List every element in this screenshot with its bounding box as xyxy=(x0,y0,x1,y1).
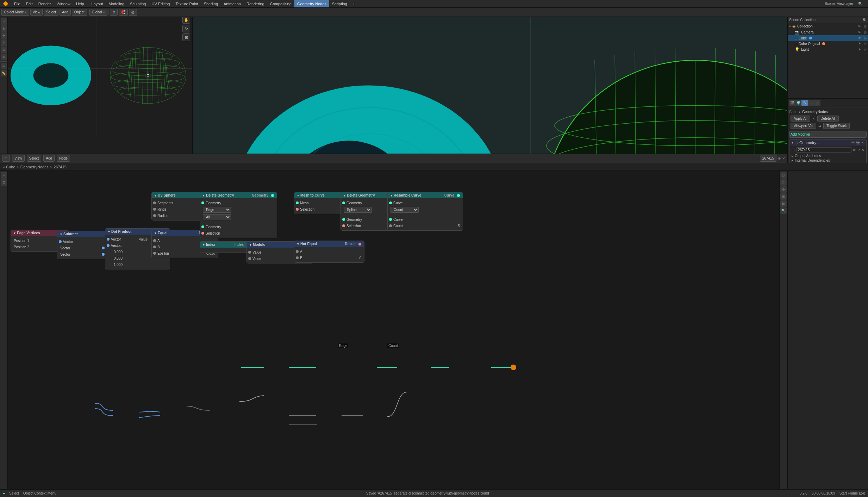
viewport-vis-btn[interactable]: Viewport Vis xyxy=(791,123,816,129)
menu-compositing[interactable]: Compositing xyxy=(267,0,294,7)
light-visibility[interactable]: 👁 xyxy=(858,48,861,51)
object-btn[interactable]: Object xyxy=(72,9,87,16)
node-add-btn[interactable]: Add xyxy=(43,155,55,162)
camera-visibility[interactable]: 👁 xyxy=(858,31,861,34)
node-new-icon[interactable]: ⊕ xyxy=(778,156,781,160)
geo-mod-del[interactable]: ✕ xyxy=(861,148,864,152)
sub-vec-out2-socket[interactable] xyxy=(102,253,105,256)
edge-vertices-collapse[interactable]: ▾ xyxy=(14,231,15,235)
delgeo1-geo-out[interactable] xyxy=(271,194,274,197)
vp-measure-tool[interactable]: 📏 xyxy=(1,70,7,76)
vp-move-tool[interactable]: ✛ xyxy=(1,32,7,39)
tree-light[interactable]: 💡 Light 👁 ◎ xyxy=(788,46,868,52)
node-prop2[interactable]: □ xyxy=(780,179,787,186)
engine-selector[interactable]: 🔍 xyxy=(855,2,865,6)
rc-collapse[interactable]: ▾ xyxy=(391,194,392,197)
geo-id-link[interactable]: ↗ xyxy=(857,148,860,152)
bc-geo-nodes[interactable]: GeometryNodes xyxy=(20,165,49,169)
node-delete-geo-1[interactable]: ▾ Delete Geometry Geometry Geometry Edge… xyxy=(200,192,277,238)
select-btn[interactable]: Select xyxy=(44,9,58,16)
equal-b-socket[interactable] xyxy=(153,246,156,248)
node-delete-icon[interactable]: ✕ xyxy=(782,156,785,160)
camera-render[interactable]: ◎ xyxy=(864,31,867,34)
rc-curve-out[interactable] xyxy=(457,194,460,197)
pan-tool[interactable]: ✋ xyxy=(182,16,190,24)
dot-collapse[interactable]: ▾ xyxy=(108,230,110,234)
menu-file[interactable]: File xyxy=(11,0,23,7)
rc-count-select[interactable]: Count xyxy=(391,207,419,213)
prop-world-icon[interactable]: 🌍 xyxy=(795,100,801,106)
tree-cube[interactable]: □ Cube 👁 ◎ xyxy=(788,35,868,41)
rotate-tool[interactable]: ↻ xyxy=(182,25,190,32)
sub-vec-in-socket[interactable] xyxy=(59,240,62,243)
delgeo2-geo-in[interactable] xyxy=(342,201,345,204)
equal-collapse[interactable]: ▾ xyxy=(155,231,156,235)
menu-uv-editing[interactable]: UV Editing xyxy=(149,0,173,7)
uvsphere-rad-socket[interactable] xyxy=(153,214,156,217)
internal-deps-row[interactable]: ▸ Internal Dependencies xyxy=(792,159,864,162)
geo-id-copy[interactable]: ⊕ xyxy=(853,148,856,152)
vp-transform-tool[interactable]: ⊞ xyxy=(1,54,7,60)
tree-camera[interactable]: 📷 Camera 👁 ◎ xyxy=(788,29,868,35)
add-modifier-btn[interactable]: Add Modifier xyxy=(789,131,867,138)
menu-animation[interactable]: Animation xyxy=(221,0,244,7)
node-editor-mode[interactable]: ⬡ xyxy=(2,155,10,162)
node-select-tool[interactable]: ↗ xyxy=(1,172,7,179)
index-collapse[interactable]: ▾ xyxy=(203,243,205,247)
menu-geometry-nodes[interactable]: Geometry Nodes xyxy=(294,0,329,7)
node-prop5[interactable]: ▦ xyxy=(780,200,787,207)
neq-b-socket[interactable] xyxy=(296,256,299,259)
m2c-collapse[interactable]: ▾ xyxy=(297,194,299,197)
uvsphere-seg-socket[interactable] xyxy=(153,201,156,204)
cube-orig-visibility[interactable]: 👁 xyxy=(858,42,861,45)
delgeo1-sel-socket[interactable] xyxy=(201,232,204,235)
delgeo1-geo-in[interactable] xyxy=(201,201,204,204)
vp-annotate-tool[interactable]: ✏ xyxy=(1,63,7,69)
menu-sculpting[interactable]: Sculpting xyxy=(127,0,149,7)
prop-object-icon[interactable]: □ xyxy=(808,100,814,106)
geo-id-input[interactable]: 267415 xyxy=(796,147,851,153)
node-resample-curve[interactable]: ▾ Resample Curve Curve Curve Count Curve xyxy=(387,192,463,231)
output-attrs-row[interactable]: ▸ Output Attributes xyxy=(792,154,864,158)
mod-val-in[interactable] xyxy=(248,251,251,254)
rc-curve2-in[interactable] xyxy=(389,218,392,221)
node-node-btn[interactable]: Node xyxy=(57,155,70,162)
collection-visibility[interactable]: 👁 xyxy=(858,25,861,28)
m2c-sel-in[interactable] xyxy=(296,208,299,211)
menu-rendering[interactable]: Rendering xyxy=(244,0,267,7)
dot-vec2-socket[interactable] xyxy=(107,244,110,247)
dot-vec-in[interactable] xyxy=(107,238,110,241)
delgeo1-collapse[interactable]: ▾ xyxy=(203,194,205,197)
subtract-collapse[interactable]: ▾ xyxy=(60,232,62,236)
vp-cursor-tool[interactable]: ⊕ xyxy=(1,25,7,32)
light-render[interactable]: ◎ xyxy=(864,48,867,51)
node-select-btn[interactable]: Select xyxy=(27,155,42,162)
menu-add-workspace[interactable]: + xyxy=(350,0,358,7)
mod-val2-in[interactable] xyxy=(248,257,251,260)
menu-scripting[interactable]: Scripting xyxy=(329,0,350,7)
node-id-btn[interactable]: 267415 xyxy=(760,155,776,162)
vp-scale-tool[interactable]: ⊡ xyxy=(1,46,7,53)
object-mode-btn[interactable]: Object Mode ▾ xyxy=(1,9,29,16)
proportional-edit[interactable]: ◎ xyxy=(129,9,137,16)
delgeo2-spline-select[interactable]: Spline xyxy=(344,207,372,213)
rc-curve-in[interactable] xyxy=(389,201,392,204)
grid-btn[interactable]: ⊞ xyxy=(182,33,190,41)
m2c-mesh-in[interactable] xyxy=(296,201,299,204)
node-box-tool[interactable]: ⊡ xyxy=(1,179,7,186)
collection-render[interactable]: ◎ xyxy=(864,25,867,28)
rc-count-in[interactable] xyxy=(389,224,392,227)
delgeo2-sel-socket[interactable] xyxy=(342,224,345,227)
modulo-collapse[interactable]: ▾ xyxy=(250,243,251,247)
menu-modeling[interactable]: Modeling xyxy=(106,0,127,7)
uvsphere-rings-socket[interactable] xyxy=(153,208,156,211)
node-prop1[interactable]: ⬡ xyxy=(780,172,787,179)
neq-a-socket[interactable] xyxy=(296,250,299,253)
delgeo2-geo2-in[interactable] xyxy=(342,218,345,221)
geo-mod-camera[interactable]: 📷 xyxy=(856,141,860,144)
node-not-equal[interactable]: ▾ Not Equal Result A B 0 xyxy=(294,241,364,263)
node-view-btn[interactable]: View xyxy=(12,155,25,162)
node-prop6[interactable]: 🔍 xyxy=(780,207,787,214)
geo-mod-expand[interactable]: ▾ xyxy=(792,141,793,144)
apply-all-btn[interactable]: Apply All xyxy=(791,116,810,122)
